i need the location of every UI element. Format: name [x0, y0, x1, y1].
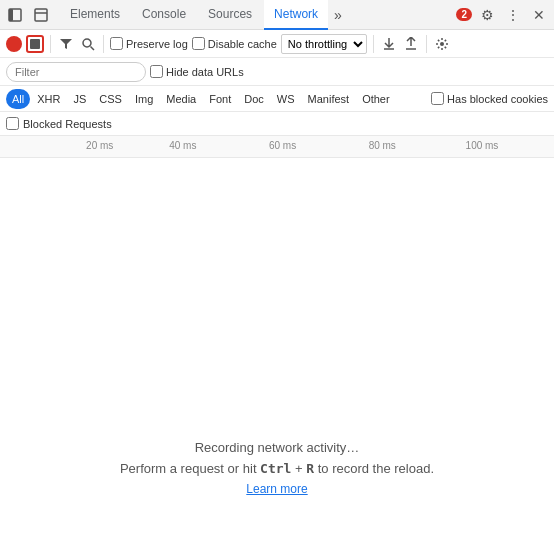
hide-data-urls-label[interactable]: Hide data URLs	[150, 65, 244, 78]
tick-40ms: 40 ms	[169, 140, 196, 151]
filter-icon[interactable]	[57, 35, 75, 53]
import-icon[interactable]	[380, 35, 398, 53]
tick-20ms: 20 ms	[86, 140, 113, 151]
disable-cache-checkbox[interactable]	[192, 37, 205, 50]
has-blocked-cookies-label[interactable]: Has blocked cookies	[431, 92, 548, 105]
svg-point-4	[83, 39, 91, 47]
r-key: R	[306, 461, 314, 476]
empty-state: Recording network activity… Perform a re…	[0, 158, 554, 536]
network-toolbar2: Hide data URLs	[0, 58, 554, 86]
recording-text: Recording network activity…	[195, 440, 360, 455]
filter-other[interactable]: Other	[356, 89, 396, 109]
filter-all[interactable]: All	[6, 89, 30, 109]
filter-doc[interactable]: Doc	[238, 89, 270, 109]
throttle-wrapper: No throttling	[281, 34, 367, 54]
tab-console[interactable]: Console	[132, 0, 196, 30]
filter-ws[interactable]: WS	[271, 89, 301, 109]
record-button[interactable]	[6, 36, 22, 52]
divider4	[426, 35, 427, 53]
filter-js[interactable]: JS	[67, 89, 92, 109]
blocked-requests-row: Blocked Requests	[0, 112, 554, 136]
more-tabs-icon[interactable]: »	[330, 7, 346, 23]
network-settings-icon[interactable]	[433, 35, 451, 53]
filter-input[interactable]	[6, 62, 146, 82]
blocked-requests-checkbox[interactable]	[6, 117, 19, 130]
has-blocked-cookies-checkbox[interactable]	[431, 92, 444, 105]
hide-data-urls-checkbox[interactable]	[150, 65, 163, 78]
filter-xhr[interactable]: XHR	[31, 89, 66, 109]
tab-bar-right: 2 ⚙ ⋮ ✕	[456, 4, 550, 26]
blocked-requests-label: Blocked Requests	[23, 118, 112, 130]
settings-icon-button[interactable]: ⚙	[476, 4, 498, 26]
tick-80ms: 80 ms	[369, 140, 396, 151]
preserve-log-label[interactable]: Preserve log	[110, 37, 188, 50]
undock-icon-button[interactable]	[30, 4, 52, 26]
svg-point-6	[440, 42, 444, 46]
throttle-select[interactable]: No throttling	[281, 34, 367, 54]
divider2	[103, 35, 104, 53]
tab-bar: Elements Console Sources Network » 2 ⚙ ⋮…	[0, 0, 554, 30]
timeline-header: 20 ms 40 ms 60 ms 80 ms 100 ms	[0, 136, 554, 158]
filter-css[interactable]: CSS	[93, 89, 128, 109]
tick-100ms: 100 ms	[466, 140, 499, 151]
filter-img[interactable]: Img	[129, 89, 159, 109]
svg-line-5	[91, 46, 95, 50]
perform-text: Perform a request or hit Ctrl + R to rec…	[120, 461, 434, 476]
learn-more-link[interactable]: Learn more	[246, 482, 307, 496]
ctrl-key: Ctrl	[260, 461, 291, 476]
filter-font[interactable]: Font	[203, 89, 237, 109]
error-badge: 2	[456, 8, 472, 21]
tick-60ms: 60 ms	[269, 140, 296, 151]
stop-button[interactable]	[26, 35, 44, 53]
preserve-log-checkbox[interactable]	[110, 37, 123, 50]
export-icon[interactable]	[402, 35, 420, 53]
disable-cache-label[interactable]: Disable cache	[192, 37, 277, 50]
network-toolbar1: Preserve log Disable cache No throttling	[0, 30, 554, 58]
filter-types-row: All XHR JS CSS Img Media Font Doc WS Man…	[0, 86, 554, 112]
devtools-icons	[4, 4, 52, 26]
tab-network[interactable]: Network	[264, 0, 328, 30]
divider1	[50, 35, 51, 53]
svg-rect-2	[35, 9, 47, 21]
tab-sources[interactable]: Sources	[198, 0, 262, 30]
tab-elements[interactable]: Elements	[60, 0, 130, 30]
close-devtools-button[interactable]: ✕	[528, 4, 550, 26]
stop-icon	[30, 39, 40, 49]
divider3	[373, 35, 374, 53]
svg-rect-1	[9, 9, 13, 21]
search-icon[interactable]	[79, 35, 97, 53]
filter-media[interactable]: Media	[160, 89, 202, 109]
filter-manifest[interactable]: Manifest	[302, 89, 356, 109]
dock-icon-button[interactable]	[4, 4, 26, 26]
more-options-icon-button[interactable]: ⋮	[502, 4, 524, 26]
